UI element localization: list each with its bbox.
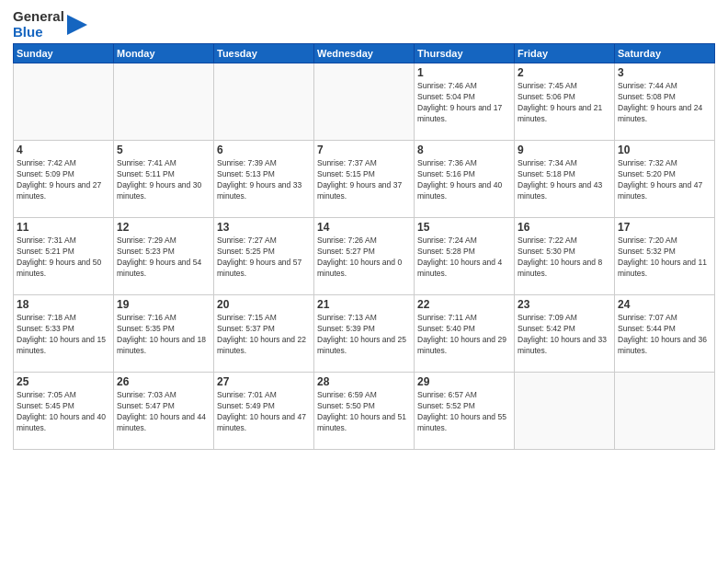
- day-info: Sunrise: 7:44 AMSunset: 5:08 PMDaylight:…: [618, 81, 711, 125]
- day-number: 11: [17, 221, 110, 234]
- day-number: 14: [317, 221, 411, 234]
- day-number: 29: [417, 375, 511, 388]
- calendar-cell: [214, 63, 314, 141]
- calendar-cell: 23Sunrise: 7:09 AMSunset: 5:42 PMDayligh…: [515, 295, 615, 373]
- calendar-cell: 9Sunrise: 7:34 AMSunset: 5:18 PMDaylight…: [515, 141, 615, 218]
- day-info: Sunrise: 7:01 AMSunset: 5:49 PMDaylight:…: [217, 390, 311, 434]
- calendar-cell: 27Sunrise: 7:01 AMSunset: 5:49 PMDayligh…: [214, 373, 314, 450]
- weekday-header-wednesday: Wednesday: [314, 44, 415, 63]
- calendar-cell: 10Sunrise: 7:32 AMSunset: 5:20 PMDayligh…: [615, 141, 715, 218]
- day-number: 13: [217, 221, 311, 234]
- calendar-cell: [615, 373, 715, 450]
- day-info: Sunrise: 7:26 AMSunset: 5:27 PMDaylight:…: [317, 236, 411, 280]
- day-info: Sunrise: 7:03 AMSunset: 5:47 PMDaylight:…: [117, 390, 210, 434]
- calendar-week-1: 4Sunrise: 7:42 AMSunset: 5:09 PMDaylight…: [14, 141, 715, 218]
- day-info: Sunrise: 7:13 AMSunset: 5:39 PMDaylight:…: [317, 313, 411, 357]
- day-info: Sunrise: 7:37 AMSunset: 5:15 PMDaylight:…: [317, 158, 411, 202]
- day-info: Sunrise: 7:24 AMSunset: 5:28 PMDaylight:…: [417, 236, 511, 280]
- calendar-cell: 25Sunrise: 7:05 AMSunset: 5:45 PMDayligh…: [14, 373, 114, 450]
- calendar-cell: 13Sunrise: 7:27 AMSunset: 5:25 PMDayligh…: [214, 218, 314, 295]
- svg-marker-0: [67, 15, 87, 35]
- calendar-cell: 15Sunrise: 7:24 AMSunset: 5:28 PMDayligh…: [415, 218, 515, 295]
- day-number: 9: [518, 144, 611, 156]
- day-number: 12: [117, 221, 210, 234]
- calendar-week-2: 11Sunrise: 7:31 AMSunset: 5:21 PMDayligh…: [14, 218, 715, 295]
- calendar-cell: [314, 63, 415, 141]
- logo-blue: Blue: [13, 25, 64, 40]
- page: General Blue SundayMondayTuesdayWednesda…: [0, 0, 728, 563]
- calendar-cell: 24Sunrise: 7:07 AMSunset: 5:44 PMDayligh…: [615, 295, 715, 373]
- calendar-cell: 14Sunrise: 7:26 AMSunset: 5:27 PMDayligh…: [314, 218, 415, 295]
- day-number: 16: [518, 221, 611, 234]
- day-info: Sunrise: 7:42 AMSunset: 5:09 PMDaylight:…: [17, 158, 110, 202]
- day-info: Sunrise: 7:29 AMSunset: 5:23 PMDaylight:…: [117, 236, 210, 280]
- calendar-cell: 4Sunrise: 7:42 AMSunset: 5:09 PMDaylight…: [14, 141, 114, 218]
- calendar-cell: 17Sunrise: 7:20 AMSunset: 5:32 PMDayligh…: [615, 218, 715, 295]
- logo-text: General Blue: [13, 9, 87, 40]
- day-info: Sunrise: 7:31 AMSunset: 5:21 PMDaylight:…: [17, 236, 110, 280]
- day-number: 3: [618, 66, 711, 79]
- day-info: Sunrise: 7:22 AMSunset: 5:30 PMDaylight:…: [518, 236, 611, 280]
- day-info: Sunrise: 7:07 AMSunset: 5:44 PMDaylight:…: [618, 313, 711, 357]
- day-info: Sunrise: 7:11 AMSunset: 5:40 PMDaylight:…: [417, 313, 511, 357]
- day-info: Sunrise: 7:05 AMSunset: 5:45 PMDaylight:…: [17, 390, 110, 434]
- calendar-week-4: 25Sunrise: 7:05 AMSunset: 5:45 PMDayligh…: [14, 373, 715, 450]
- day-info: Sunrise: 7:34 AMSunset: 5:18 PMDaylight:…: [518, 158, 611, 202]
- calendar: SundayMondayTuesdayWednesdayThursdayFrid…: [13, 43, 715, 450]
- day-info: Sunrise: 7:16 AMSunset: 5:35 PMDaylight:…: [117, 313, 210, 357]
- day-number: 2: [518, 66, 611, 79]
- header: General Blue: [13, 9, 715, 40]
- day-number: 10: [618, 144, 711, 156]
- day-info: Sunrise: 7:27 AMSunset: 5:25 PMDaylight:…: [217, 236, 311, 280]
- calendar-cell: 8Sunrise: 7:36 AMSunset: 5:16 PMDaylight…: [415, 141, 515, 218]
- calendar-cell: 26Sunrise: 7:03 AMSunset: 5:47 PMDayligh…: [114, 373, 214, 450]
- day-number: 6: [217, 144, 311, 156]
- weekday-header-thursday: Thursday: [415, 44, 515, 63]
- calendar-cell: 16Sunrise: 7:22 AMSunset: 5:30 PMDayligh…: [515, 218, 615, 295]
- day-number: 4: [17, 144, 110, 156]
- calendar-cell: 5Sunrise: 7:41 AMSunset: 5:11 PMDaylight…: [114, 141, 214, 218]
- day-info: Sunrise: 7:36 AMSunset: 5:16 PMDaylight:…: [417, 158, 511, 202]
- day-number: 18: [17, 298, 110, 311]
- day-number: 17: [618, 221, 711, 234]
- calendar-cell: 7Sunrise: 7:37 AMSunset: 5:15 PMDaylight…: [314, 141, 415, 218]
- day-number: 15: [417, 221, 511, 234]
- day-info: Sunrise: 7:32 AMSunset: 5:20 PMDaylight:…: [618, 158, 711, 202]
- weekday-header-monday: Monday: [114, 44, 214, 63]
- calendar-cell: 2Sunrise: 7:45 AMSunset: 5:06 PMDaylight…: [515, 63, 615, 141]
- day-info: Sunrise: 7:15 AMSunset: 5:37 PMDaylight:…: [217, 313, 311, 357]
- calendar-cell: 19Sunrise: 7:16 AMSunset: 5:35 PMDayligh…: [114, 295, 214, 373]
- day-info: Sunrise: 7:41 AMSunset: 5:11 PMDaylight:…: [117, 158, 210, 202]
- day-info: Sunrise: 7:18 AMSunset: 5:33 PMDaylight:…: [17, 313, 110, 357]
- weekday-header-friday: Friday: [515, 44, 615, 63]
- calendar-cell: 29Sunrise: 6:57 AMSunset: 5:52 PMDayligh…: [415, 373, 515, 450]
- calendar-cell: 20Sunrise: 7:15 AMSunset: 5:37 PMDayligh…: [214, 295, 314, 373]
- calendar-cell: [515, 373, 615, 450]
- calendar-cell: 12Sunrise: 7:29 AMSunset: 5:23 PMDayligh…: [114, 218, 214, 295]
- calendar-cell: 21Sunrise: 7:13 AMSunset: 5:39 PMDayligh…: [314, 295, 415, 373]
- day-number: 28: [317, 375, 411, 388]
- day-number: 25: [17, 375, 110, 388]
- calendar-cell: [14, 63, 114, 141]
- weekday-header-tuesday: Tuesday: [214, 44, 314, 63]
- day-number: 23: [518, 298, 611, 311]
- day-info: Sunrise: 7:39 AMSunset: 5:13 PMDaylight:…: [217, 158, 311, 202]
- day-info: Sunrise: 7:09 AMSunset: 5:42 PMDaylight:…: [518, 313, 611, 357]
- calendar-header: SundayMondayTuesdayWednesdayThursdayFrid…: [14, 44, 715, 63]
- day-number: 20: [217, 298, 311, 311]
- day-info: Sunrise: 6:59 AMSunset: 5:50 PMDaylight:…: [317, 390, 411, 434]
- calendar-cell: 18Sunrise: 7:18 AMSunset: 5:33 PMDayligh…: [14, 295, 114, 373]
- calendar-week-3: 18Sunrise: 7:18 AMSunset: 5:33 PMDayligh…: [14, 295, 715, 373]
- day-number: 21: [317, 298, 411, 311]
- weekday-row: SundayMondayTuesdayWednesdayThursdayFrid…: [14, 44, 715, 63]
- day-info: Sunrise: 7:45 AMSunset: 5:06 PMDaylight:…: [518, 81, 611, 125]
- day-number: 7: [317, 144, 411, 156]
- weekday-header-saturday: Saturday: [615, 44, 715, 63]
- calendar-cell: [114, 63, 214, 141]
- calendar-cell: 22Sunrise: 7:11 AMSunset: 5:40 PMDayligh…: [415, 295, 515, 373]
- day-number: 5: [117, 144, 210, 156]
- day-info: Sunrise: 6:57 AMSunset: 5:52 PMDaylight:…: [417, 390, 511, 434]
- calendar-cell: 28Sunrise: 6:59 AMSunset: 5:50 PMDayligh…: [314, 373, 415, 450]
- calendar-body: 1Sunrise: 7:46 AMSunset: 5:04 PMDaylight…: [14, 63, 715, 450]
- day-number: 8: [417, 144, 511, 156]
